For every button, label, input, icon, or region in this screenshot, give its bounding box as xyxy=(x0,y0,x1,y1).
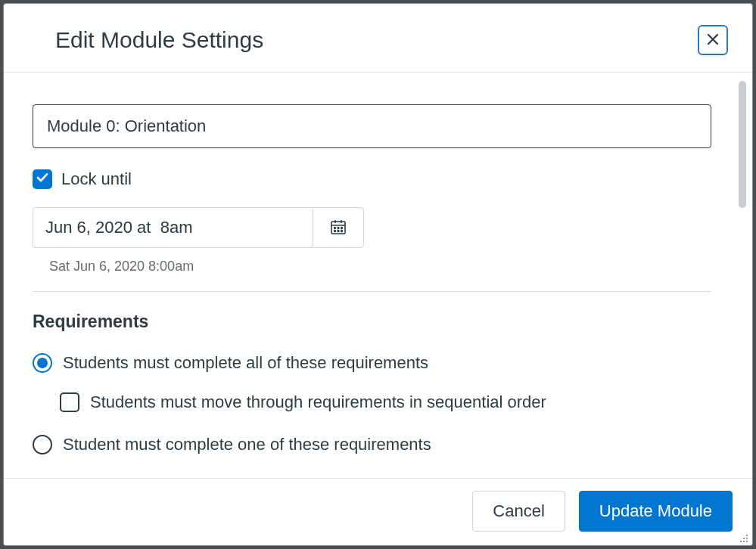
section-divider xyxy=(33,291,711,292)
svg-point-9 xyxy=(341,230,343,231)
lock-until-row: Lock until xyxy=(33,169,711,189)
lock-date-input[interactable] xyxy=(33,207,313,248)
sequential-row: Students must move through requirements … xyxy=(60,392,711,412)
module-name-input[interactable] xyxy=(33,104,711,148)
resize-grip-icon[interactable] xyxy=(736,530,749,544)
sequential-label: Students must move through requirements … xyxy=(90,392,546,412)
lock-until-checkbox[interactable] xyxy=(33,169,52,189)
lock-until-label: Lock until xyxy=(61,169,132,189)
svg-point-5 xyxy=(338,227,339,228)
scrollbar[interactable] xyxy=(739,81,746,208)
update-module-button[interactable]: Update Module xyxy=(579,491,733,532)
requirements-heading: Requirements xyxy=(33,312,711,332)
lock-date-hint: Sat Jun 6, 2020 8:00am xyxy=(49,259,711,274)
requirement-all-radio[interactable] xyxy=(33,353,52,373)
sequential-checkbox[interactable] xyxy=(60,392,79,412)
calendar-icon xyxy=(329,218,347,238)
close-button[interactable] xyxy=(698,25,728,55)
requirement-all-label: Students must complete all of these requ… xyxy=(63,353,428,373)
cancel-button[interactable]: Cancel xyxy=(472,491,565,532)
svg-point-4 xyxy=(334,227,336,228)
radio-dot-icon xyxy=(37,358,48,368)
requirement-one-label: Student must complete one of these requi… xyxy=(63,435,431,454)
svg-point-7 xyxy=(334,230,336,231)
dialog-body: Lock until xyxy=(4,73,752,478)
close-icon xyxy=(706,33,720,48)
checkmark-icon xyxy=(36,172,48,186)
requirement-one-radio[interactable] xyxy=(33,435,52,454)
lock-date-row xyxy=(33,207,711,248)
svg-point-6 xyxy=(341,227,343,228)
calendar-button[interactable] xyxy=(313,207,364,248)
requirement-option-all-row: Students must complete all of these requ… xyxy=(33,353,711,373)
svg-point-8 xyxy=(338,230,339,231)
edit-module-dialog: Edit Module Settings Lock until xyxy=(3,3,753,546)
dialog-title: Edit Module Settings xyxy=(55,27,263,53)
dialog-footer: Cancel Update Module xyxy=(4,478,752,545)
dialog-header: Edit Module Settings xyxy=(4,4,752,73)
requirement-option-one-row: Student must complete one of these requi… xyxy=(33,435,711,454)
